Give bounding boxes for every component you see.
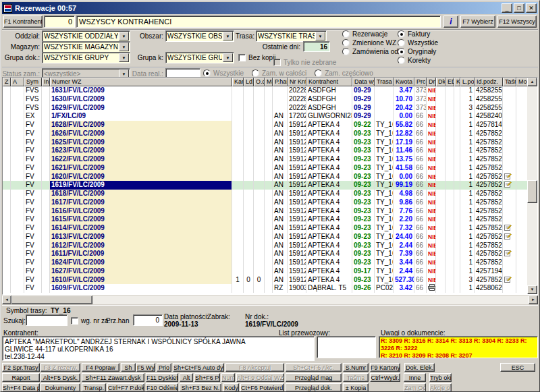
f10-odśwież-button[interactable]: F10 Odśwież: [146, 383, 178, 392]
ctrl-f7-p-dok-button[interactable]: Ctrl+F7 P.dok: [107, 383, 144, 392]
radio-oryginały[interactable]: Oryginały: [398, 47, 438, 56]
column-header-a[interactable]: A: [11, 78, 24, 86]
table-row[interactable]: FV1611/FV/LC/2009AN15912APTEKA 409-23TY_…: [3, 250, 537, 258]
table-row[interactable]: FV1612/FV/LC/2009AN15912APTEKA 409-23TY_…: [3, 242, 537, 250]
table-row[interactable]: FVS1631/FV/LC/200920228ASDFGH09-293.4737…: [3, 86, 537, 95]
f1-kontrahent-button[interactable]: F1 Kontrahent: [3, 16, 43, 28]
kontrahent-name-field[interactable]: WSZYSCY KONTRAHENCI: [76, 16, 441, 28]
szukaj-input[interactable]: [26, 314, 68, 326]
column-header-id[interactable]: Id.podz.: [475, 78, 503, 86]
table-row[interactable]: FV1619/FV/LC/2009AN15912APTEKA 409-23TY_…: [3, 181, 537, 190]
close-button[interactable]: ✕: [526, 3, 537, 13]
table-row[interactable]: FV1627/FV/LC/2009AN15912APTEKA 409-17TY_…: [3, 267, 537, 276]
esc-button[interactable]: ESC: [500, 363, 535, 372]
raport-button[interactable]: Raport: [2, 373, 40, 382]
column-header-data[interactable]: Data wy: [352, 78, 375, 86]
radio-wszystkie[interactable]: Wszystkie: [398, 38, 438, 47]
inne-button[interactable]: Inne: [404, 373, 426, 382]
minimize-button[interactable]: _: [502, 3, 512, 13]
column-header-z[interactable]: Z: [3, 78, 11, 86]
column-header-k[interactable]: K: [454, 78, 460, 86]
column-header-dk[interactable]: Dk: [436, 78, 446, 86]
column-header-sym[interactable]: Sym: [24, 78, 42, 86]
chevron-down-icon[interactable]: ▼: [223, 53, 233, 62]
column-header-ld[interactable]: Ld.: [244, 78, 254, 86]
grupa-dok-combo[interactable]: WSZYSTKIE GRUPY▼: [42, 52, 130, 63]
table-row[interactable]: FV1623/FV/LC/2009AN15912APTEKA 409-23TY_…: [3, 146, 537, 155]
obszar-combo[interactable]: WSZYSTKIE OBSZARY▼: [165, 30, 234, 42]
scroll-right-icon[interactable]: ►: [529, 296, 538, 304]
f4-popraw-button[interactable]: F4 Popraw: [82, 363, 119, 372]
column-header-nr[interactable]: Numer WZ: [50, 78, 232, 86]
table-row[interactable]: EX1/FX/LC/09AN17202GLIWGÓRNI2809-290.006…: [3, 112, 537, 121]
oddzial-combo[interactable]: WSZYSTKIE ODDZIAŁY▼: [42, 30, 130, 42]
chevron-down-icon[interactable]: ▼: [119, 32, 129, 40]
radio-zamówienia-odb[interactable]: Zamówienia odb.: [342, 47, 404, 56]
radio-zmienione-wz[interactable]: Zmienione WZ: [342, 38, 404, 47]
sh-button[interactable]: Sh: [121, 363, 136, 372]
f12-wszyscy-button[interactable]: F12 Wszyscy: [497, 16, 537, 28]
table-row[interactable]: FV1620/FV/LC/2009AN15912APTEKA 409-23TY_…: [3, 173, 537, 181]
chevron-down-icon[interactable]: ▼: [119, 53, 129, 62]
ctrl-wydr-button[interactable]: Ctrl+Wydr.: [370, 373, 400, 382]
f11-dyskietki-button[interactable]: F11 Dyskietki: [146, 373, 178, 382]
table-row[interactable]: FVS1629/FV/LC/200920228ASDFGH09-2920.423…: [3, 104, 537, 113]
table-row[interactable]: FV1622/FV/LC/2009AN15912APTEKA 409-23TY_…: [3, 155, 537, 164]
table-row[interactable]: FV1628/FV/LC/2009AN15912APTEKA 409-22TY_…: [3, 121, 537, 130]
chevron-down-icon[interactable]: ▼: [119, 43, 129, 51]
column-header-tasm[interactable]: Taśm: [503, 78, 516, 86]
column-header-ma[interactable]: Ma: [265, 78, 273, 86]
maximize-button[interactable]: □: [514, 3, 524, 13]
info-button[interactable]: i: [443, 16, 458, 28]
table-row[interactable]: FV1618/FV/LC/2009AN15912APTEKA 409-23TY_…: [3, 190, 537, 198]
sh-f6-prac-button[interactable]: Sh+F6 Prac: [194, 373, 220, 382]
sh-f4-data-pł-button[interactable]: Sh+F4 Data pł: [2, 383, 40, 392]
przegląd-dok-button[interactable]: Przegląd dok.: [286, 383, 342, 392]
grupa-k-combo[interactable]: WSZYSTKIE GRUPY▼: [165, 52, 234, 63]
column-header-kar[interactable]: Kar: [232, 78, 244, 86]
radio-faktury[interactable]: Faktury: [398, 30, 438, 38]
alt-f5-dysk-button[interactable]: Alt+F5 Dysk.: [40, 373, 80, 382]
scroll-left-icon[interactable]: ◄: [2, 296, 11, 304]
sh-ct-f5-auto-dysk-button[interactable]: Sh+Ct+F5 Auto dysk.: [173, 363, 224, 372]
vertical-scrollbar[interactable]: ▲ ▼: [527, 78, 537, 294]
przegląd-mag-button[interactable]: Przegląd mag: [286, 373, 342, 382]
column-header-dr[interactable]: Dr: [427, 78, 436, 86]
column-header-in[interactable]: In: [42, 78, 50, 86]
transp-button[interactable]: Transp.: [82, 383, 106, 392]
s-numr-button[interactable]: S.Numr: [343, 363, 369, 372]
scrollbar-thumb[interactable]: [11, 296, 92, 304]
table-row[interactable]: FV1615/FV/LC/2009AN15912APTEKA 409-23TY_…: [3, 215, 537, 224]
kody-button[interactable]: Kody: [223, 383, 239, 392]
table-row[interactable]: FV1617/FV/LC/2009AN15912APTEKA 409-23TY_…: [3, 198, 537, 207]
column-header-lpoz[interactable]: L.poz: [460, 78, 475, 86]
table-row[interactable]: FV1626/FV/LC/2009AN15912APTEKA 409-23TY_…: [3, 130, 537, 138]
magazyn-combo[interactable]: WSZYSTKIE MAGAZYNY▼: [42, 41, 130, 53]
scroll-up-icon[interactable]: ▲: [527, 78, 537, 86]
prio-button[interactable]: Prio: [157, 363, 171, 372]
sh-f11-zawart-dysk-button[interactable]: Sh+F11 Zawart.dysk: [82, 373, 144, 382]
table-row[interactable]: FV1625/FV/LC/2009AN15912APTEKA 409-23TY_…: [3, 138, 537, 147]
column-header-kwota[interactable]: Kwota: [394, 78, 414, 86]
column-header-prc[interactable]: Prc: [414, 78, 427, 86]
table-row[interactable]: FV1610/FV/LC/2009100AN15912APTEKA 409-23…: [3, 276, 537, 285]
column-header-kontr[interactable]: Kontrahent: [306, 78, 352, 86]
column-header-ed[interactable]: ED: [446, 78, 454, 86]
trasa-combo[interactable]: WSZYSTKIE TRASY▼: [256, 30, 327, 42]
column-header-odd[interactable]: O.dd: [254, 78, 265, 86]
f7-wybierz-button[interactable]: F7 Wybierz: [460, 16, 495, 28]
dok-elek-button[interactable]: Dok. Elek.: [404, 363, 435, 372]
column-header-phan[interactable]: P.han: [273, 78, 288, 86]
sh-f3-bez-n-button[interactable]: Sh+F3 Bez N.: [180, 383, 221, 392]
f2-spr-trasy-button[interactable]: F2 Spr.Trasy: [2, 363, 40, 372]
f5-wydr-button[interactable]: F5 Wydr: [136, 363, 155, 372]
f9-kartony-button[interactable]: F9 Kartony: [370, 363, 400, 372]
ct-f6-potwierdź-button[interactable]: Ct+F6 Potwierdź: [240, 383, 284, 392]
alt-button[interactable]: Alt: [180, 373, 193, 382]
radio-rezerwacje[interactable]: Rezerwacje: [342, 30, 404, 38]
wg-nr-za-checkbox[interactable]: wg. nr za.: [71, 316, 110, 325]
bez-kopii-checkbox[interactable]: Bez kopii: [238, 53, 276, 62]
radio-korekty[interactable]: Korekty: [398, 56, 438, 65]
scrollbar-thumb[interactable]: [527, 180, 537, 203]
table-row[interactable]: FV1613/FV/LC/2009AN15912APTEKA 409-23TY_…: [3, 233, 537, 242]
